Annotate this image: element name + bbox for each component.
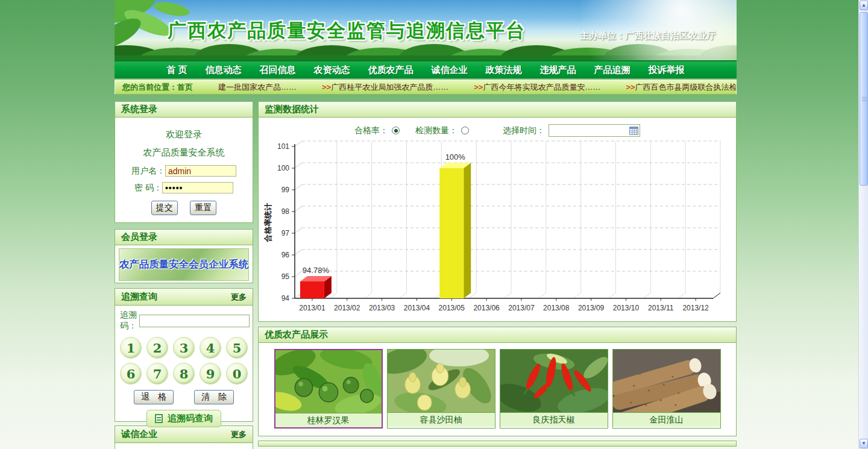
trace-more-link[interactable]: 更多 <box>231 292 247 303</box>
chili-image <box>500 350 608 412</box>
calendar-icon[interactable] <box>629 127 638 135</box>
system-login-header: 系统登录 <box>115 102 253 118</box>
svg-text:2013/11: 2013/11 <box>648 304 674 312</box>
count-radio[interactable] <box>461 127 469 134</box>
trace-query-button[interactable]: 追溯码查询 <box>146 410 221 427</box>
nav-item[interactable]: 产品追溯 <box>594 64 631 76</box>
ticker-link[interactable]: 广西桂平农业局加强农产品质…… <box>331 83 448 92</box>
submit-button[interactable]: 提交 <box>151 201 178 215</box>
username-label: 用户名： <box>131 166 165 177</box>
nav-item[interactable]: 首 页 <box>166 64 187 76</box>
clear-button[interactable]: 清 除 <box>194 390 234 404</box>
product-name: 金田淮山 <box>613 412 720 427</box>
sidebar: 系统登录 欢迎登录 农产品质量安全系统 用户名： 密 码： <box>115 101 253 449</box>
member-login-header: 会员登录 <box>115 230 253 245</box>
svg-text:2013/09: 2013/09 <box>578 304 605 312</box>
reset-button[interactable]: 重置 <box>190 201 216 215</box>
product-card-yam[interactable]: 金田淮山 <box>612 349 721 429</box>
svg-text:95: 95 <box>281 272 290 281</box>
trace-code-input[interactable] <box>139 315 250 327</box>
honest-enterprise-panel: 诚信企业 更多 <box>115 425 253 449</box>
monitor-panel: 监测数据统计 合格率： 检测数量： 选择时间： <box>258 101 737 322</box>
trace-code-label: 追溯码： <box>120 310 137 331</box>
monitor-title: 监测数据统计 <box>265 104 319 115</box>
nav-item[interactable]: 违规产品 <box>540 64 576 76</box>
keypad-digit-7[interactable]: 7 <box>146 363 168 385</box>
document-icon <box>155 414 163 423</box>
pass-rate-label: 合格率： <box>354 125 388 136</box>
ticker-arrow: >> <box>322 83 331 92</box>
count-label: 检测数量： <box>415 125 458 136</box>
username-field[interactable] <box>165 165 236 177</box>
ticker-item[interactable]: >>广西桂平农业局加强农产品质…… <box>322 82 448 93</box>
nav-item[interactable]: 诚信企业 <box>432 64 468 76</box>
member-system-banner[interactable]: 农产品质量安全会员企业系统 <box>119 248 249 281</box>
product-cards: 桂林罗汉果 <box>259 343 736 436</box>
member-login-title: 会员登录 <box>121 231 157 243</box>
svg-text:2013/05: 2013/05 <box>439 304 465 312</box>
nav-item[interactable]: 优质农产品 <box>368 64 414 76</box>
keypad-digit-8[interactable]: 8 <box>173 363 195 385</box>
backspace-button[interactable]: 退 格 <box>134 390 174 404</box>
pass-rate-radio[interactable] <box>392 127 400 134</box>
monitor-header: 监测数据统计 <box>259 102 736 118</box>
svg-text:2013/06: 2013/06 <box>473 304 500 312</box>
keypad-digit-1[interactable]: 1 <box>120 337 142 359</box>
product-name: 容县沙田柚 <box>388 412 495 427</box>
honest-more-link[interactable]: 更多 <box>231 429 247 440</box>
site-organizer: 主办单位：广西壮族自治区农业厅 <box>580 30 715 42</box>
nav-item[interactable]: 召回信息 <box>260 64 296 76</box>
site-banner: 广西农产品质量安全监管与追溯信息平台 主办单位：广西壮族自治区农业厅 <box>115 0 737 60</box>
password-field[interactable] <box>162 182 233 193</box>
vertical-scrollbar[interactable]: ▲ ▼ <box>858 0 868 449</box>
scroll-down-button[interactable]: ▼ <box>860 439 868 448</box>
svg-text:100: 100 <box>277 164 289 172</box>
scroll-thumb[interactable] <box>860 12 868 186</box>
scroll-up-button[interactable]: ▲ <box>860 1 868 10</box>
welcome-text: 欢迎登录 <box>115 129 253 140</box>
keypad-digit-2[interactable]: 2 <box>146 337 168 359</box>
honest-enterprise-title: 诚信企业 <box>121 429 157 440</box>
product-card-luohanguo[interactable]: 桂林罗汉果 <box>274 349 383 429</box>
trace-query-button-label: 追溯码查询 <box>168 413 213 424</box>
keypad-digit-3[interactable]: 3 <box>173 337 195 359</box>
ticker-link[interactable]: 广西百色市县两级联合执法检…… <box>635 83 737 92</box>
ticker-arrow: >> <box>626 83 635 92</box>
system-name-text: 农产品质量安全系统 <box>115 147 253 159</box>
keypad-digit-9[interactable]: 9 <box>200 363 221 385</box>
nav-item[interactable]: 农资动态 <box>314 64 350 76</box>
svg-text:97: 97 <box>281 229 290 237</box>
nav-item[interactable]: 信息动态 <box>206 64 242 76</box>
svg-text:2013/04: 2013/04 <box>404 304 430 312</box>
breadcrumb: 您的当前位置：首页 <box>122 82 193 93</box>
ticker-item[interactable]: 建一批国家农产品…… <box>218 82 297 93</box>
product-card-pomelo[interactable]: 容县沙田柚 <box>387 349 495 429</box>
svg-text:99: 99 <box>281 186 290 194</box>
yam-image <box>613 350 720 412</box>
svg-text:98: 98 <box>281 207 290 216</box>
ticker-link[interactable]: 建一批国家农产品…… <box>218 83 297 92</box>
ticker-link[interactable]: 广西今年将实现农产品质量安…… <box>483 83 600 92</box>
products-header: 优质农产品展示 <box>259 327 736 343</box>
keypad-digit-4[interactable]: 4 <box>200 337 221 359</box>
svg-text:101: 101 <box>277 142 289 151</box>
product-card-chili[interactable]: 良庆指天椒 <box>500 349 608 429</box>
ticker-arrow: >> <box>474 83 483 92</box>
keypad-digit-6[interactable]: 6 <box>120 363 142 385</box>
site-container: 广西农产品质量安全监管与追溯信息平台 主办单位：广西壮族自治区农业厅 首 页信息… <box>115 0 737 449</box>
breadcrumb-ticker-bar: 您的当前位置：首页 建一批国家农产品……>>广西桂平农业局加强农产品质……>>广… <box>115 80 737 95</box>
time-input[interactable] <box>549 124 640 137</box>
nav-menu: 首 页信息动态召回信息农资动态优质农产品诚信企业政策法规违规产品产品追溯投诉举报 <box>115 60 737 78</box>
svg-text:2013/12: 2013/12 <box>682 304 709 312</box>
svg-text:2013/02: 2013/02 <box>334 304 360 312</box>
nav-item[interactable]: 投诉举报 <box>649 64 685 76</box>
keypad: 1234567890 <box>120 337 248 385</box>
nav-item[interactable]: 政策法规 <box>486 64 522 76</box>
ticker-item[interactable]: >>广西今年将实现农产品质量安…… <box>474 82 600 93</box>
system-login-title: 系统登录 <box>121 104 157 115</box>
ticker-item[interactable]: >>广西百色市县两级联合执法检…… <box>626 82 737 93</box>
svg-text:2013/01: 2013/01 <box>299 304 326 312</box>
product-name: 良庆指天椒 <box>500 412 608 427</box>
keypad-digit-5[interactable]: 5 <box>226 337 248 359</box>
keypad-digit-0[interactable]: 0 <box>226 363 248 385</box>
